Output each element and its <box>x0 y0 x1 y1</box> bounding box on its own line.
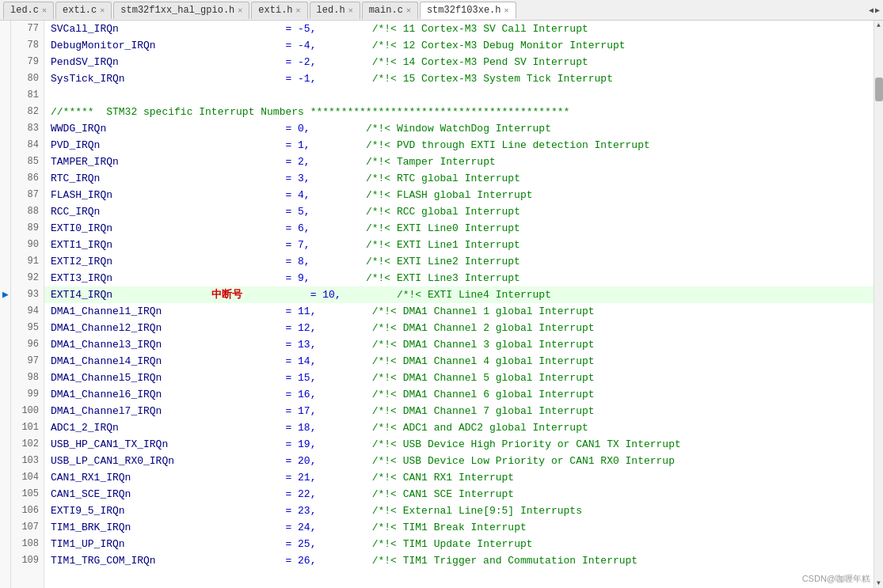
code-line: ADC1_2_IRQn = 18, /*!< ADC1 and ADC2 glo… <box>44 419 873 436</box>
code-line: WWDG_IRQn = 0, /*!< Window WatchDog Inte… <box>44 120 873 137</box>
code-line: SysTick_IRQn = -1, /*!< 15 Cortex-M3 Sys… <box>44 70 873 87</box>
tab-bar: led.c ✕ exti.c ✕ stm32f1xx_hal_gpio.h ✕ … <box>0 0 883 21</box>
line-number: 97 <box>11 353 39 370</box>
line-numbers: 7778798081828384858687888990919293949596… <box>11 21 44 588</box>
line-number: 109 <box>11 552 39 569</box>
left-margin: ▶ <box>0 21 11 588</box>
tab-next-arrow[interactable]: ▶ <box>875 6 880 15</box>
line-number: 103 <box>11 453 39 469</box>
code-line: PVD_IRQn = 1, /*!< PVD through EXTI Line… <box>44 137 873 154</box>
code-line: EXTI3_IRQn = 9, /*!< EXTI Line3 Interrup… <box>44 270 873 286</box>
line-number: 107 <box>11 519 39 536</box>
line-number: 80 <box>11 70 39 87</box>
tab-led-c[interactable]: led.c ✕ <box>3 2 54 19</box>
line-number: 100 <box>11 403 39 419</box>
code-line: SVCall_IRQn = -5, /*!< 11 Cortex-M3 SV C… <box>44 21 873 37</box>
line-number: 99 <box>11 386 39 403</box>
editor-container: ▶ 77787980818283848586878889909192939495… <box>0 21 883 588</box>
tab-label: led.c <box>10 5 39 16</box>
line-number: 94 <box>11 303 39 320</box>
tab-label: stm32f103xe.h <box>427 5 501 16</box>
line-number: 98 <box>11 370 39 386</box>
code-line: DMA1_Channel4_IRQn = 14, /*!< DMA1 Chann… <box>44 353 873 370</box>
scrollbar-thumb[interactable] <box>875 78 883 101</box>
tab-stm32f103xe-h[interactable]: stm32f103xe.h ✕ <box>420 2 516 19</box>
code-line <box>44 87 873 104</box>
line-number: 95 <box>11 320 39 336</box>
line-number: 85 <box>11 154 39 170</box>
tab-exti-h[interactable]: exti.h ✕ <box>251 2 307 19</box>
tab-label: exti.c <box>63 5 97 16</box>
tab-label: led.h <box>317 5 345 16</box>
line-number: 90 <box>11 237 39 253</box>
code-line: DMA1_Channel5_IRQn = 15, /*!< DMA1 Chann… <box>44 370 873 386</box>
watermark: CSDN@咖喱年糕 <box>802 573 870 585</box>
line-number: 88 <box>11 203 39 220</box>
code-line: DMA1_Channel3_IRQn = 13, /*!< DMA1 Chann… <box>44 336 873 353</box>
line-number: 83 <box>11 120 39 137</box>
tab-prev-arrow[interactable]: ◀ <box>869 6 873 15</box>
tab-close-icon[interactable]: ✕ <box>238 6 242 15</box>
code-line: USB_LP_CAN1_RX0_IRQn = 20, /*!< USB Devi… <box>44 453 873 469</box>
tab-stm32f1xx-hal-gpio-h[interactable]: stm32f1xx_hal_gpio.h ✕ <box>113 2 249 19</box>
line-number: 84 <box>11 137 39 154</box>
line-number: 89 <box>11 220 39 237</box>
scrollbar-vertical[interactable]: ▲ ▼ <box>873 21 883 588</box>
tab-close-icon[interactable]: ✕ <box>42 6 47 15</box>
line-number: 108 <box>11 536 39 552</box>
code-line: RCC_IRQn = 5, /*!< RCC global Interrupt <box>44 203 873 220</box>
tab-close-icon[interactable]: ✕ <box>296 6 301 15</box>
tab-close-icon[interactable]: ✕ <box>406 6 411 15</box>
tab-label: stm32f1xx_hal_gpio.h <box>120 5 234 16</box>
code-line: TAMPER_IRQn = 2, /*!< Tamper Interrupt <box>44 154 873 170</box>
scrollbar-up-arrow[interactable]: ▲ <box>874 21 883 30</box>
tab-close-icon[interactable]: ✕ <box>504 6 509 15</box>
code-line: PendSV_IRQn = -2, /*!< 14 Cortex-M3 Pend… <box>44 54 873 70</box>
line-number: 92 <box>11 270 39 286</box>
tab-label: exti.h <box>258 5 292 16</box>
code-line: FLASH_IRQn = 4, /*!< FLASH global Interr… <box>44 187 873 203</box>
line-number: 79 <box>11 54 39 70</box>
line-number: 105 <box>11 486 39 503</box>
code-line: DMA1_Channel6_IRQn = 16, /*!< DMA1 Chann… <box>44 386 873 403</box>
tab-close-icon[interactable]: ✕ <box>100 6 105 15</box>
code-line: //***** STM32 specific Interrupt Numbers… <box>44 104 873 120</box>
code-line: EXTI4_IRQn 中断号 = 10, /*!< EXTI Line4 Int… <box>44 286 873 303</box>
line-number: 102 <box>11 436 39 453</box>
tab-close-icon[interactable]: ✕ <box>348 6 353 15</box>
line-number: 87 <box>11 187 39 203</box>
code-line: DebugMonitor_IRQn = -4, /*!< 12 Cortex-M… <box>44 37 873 54</box>
tab-led-h[interactable]: led.h ✕ <box>310 2 360 19</box>
line-number: 82 <box>11 104 39 120</box>
code-line: TIM1_BRK_IRQn = 24, /*!< TIM1 Break Inte… <box>44 519 873 536</box>
code-line: CAN1_SCE_IRQn = 22, /*!< CAN1 SCE Interr… <box>44 486 873 503</box>
line-number: 81 <box>11 87 39 104</box>
tab-main-c[interactable]: main.c ✕ <box>362 2 418 19</box>
line-number: 77 <box>11 21 39 37</box>
arrow-indicator: ▶ <box>0 286 11 303</box>
code-line: EXTI0_IRQn = 6, /*!< EXTI Line0 Interrup… <box>44 220 873 237</box>
code-line: DMA1_Channel2_IRQn = 12, /*!< DMA1 Chann… <box>44 320 873 336</box>
code-line: EXTI2_IRQn = 8, /*!< EXTI Line2 Interrup… <box>44 253 873 270</box>
code-line: USB_HP_CAN1_TX_IRQn = 19, /*!< USB Devic… <box>44 436 873 453</box>
code-line: RTC_IRQn = 3, /*!< RTC global Interrupt <box>44 170 873 187</box>
code-line: DMA1_Channel1_IRQn = 11, /*!< DMA1 Chann… <box>44 303 873 320</box>
code-line: CAN1_RX1_IRQn = 21, /*!< CAN1 RX1 Interr… <box>44 469 873 486</box>
code-line: TIM1_UP_IRQn = 25, /*!< TIM1 Update Inte… <box>44 536 873 552</box>
code-line: TIM1_TRG_COM_IRQn = 26, /*!< TIM1 Trigge… <box>44 552 873 569</box>
code-area[interactable]: SVCall_IRQn = -5, /*!< 11 Cortex-M3 SV C… <box>44 21 873 588</box>
line-number: 78 <box>11 37 39 54</box>
code-line: DMA1_Channel7_IRQn = 17, /*!< DMA1 Chann… <box>44 403 873 419</box>
line-number: 96 <box>11 336 39 353</box>
scrollbar-down-arrow[interactable]: ▼ <box>874 579 883 588</box>
tab-exti-c[interactable]: exti.c ✕ <box>55 2 112 19</box>
line-number: 101 <box>11 419 39 436</box>
line-number: 91 <box>11 253 39 270</box>
code-line: EXTI9_5_IRQn = 23, /*!< External Line[9:… <box>44 503 873 519</box>
tab-arrow-nav: ◀ ▶ <box>869 6 883 15</box>
line-number: 104 <box>11 469 39 486</box>
line-number: 106 <box>11 503 39 519</box>
tab-label: main.c <box>369 5 403 16</box>
line-number: 93 <box>11 286 39 303</box>
code-line: EXTI1_IRQn = 7, /*!< EXTI Line1 Interrup… <box>44 237 873 253</box>
